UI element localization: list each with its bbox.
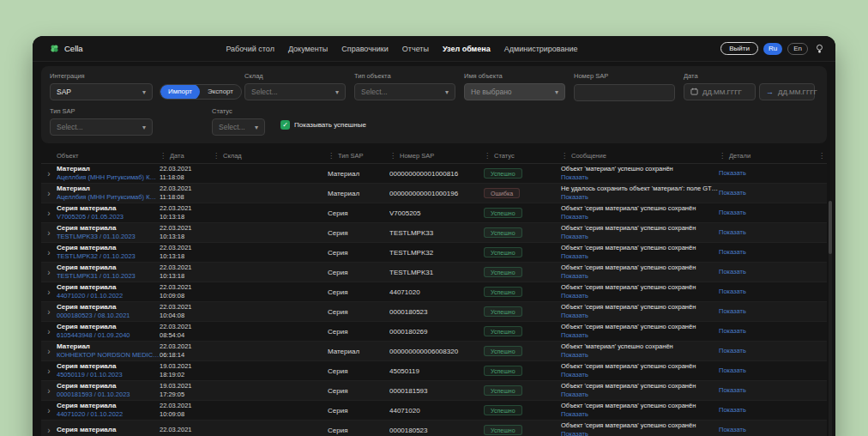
row-expander-icon[interactable]: › (41, 347, 57, 356)
column-menu-icon[interactable]: ⋮ (389, 152, 396, 160)
integration-select[interactable]: SAP ▾ (50, 83, 153, 100)
object-link[interactable]: 44071020 / 01.10.2022 (57, 410, 160, 419)
sap-type-select[interactable]: Select... ▾ (50, 118, 153, 136)
row-expander-icon[interactable]: › (41, 228, 57, 238)
table-row[interactable]: ›МатериалАцеллбия (МНН Ритуксимаб) Конце… (41, 164, 827, 184)
object-link[interactable]: 6105443948 / 01.09.2040 (57, 331, 160, 340)
logout-button[interactable]: Выйти (720, 42, 758, 55)
object-link[interactable]: 0000180523 / 08.10.2021 (57, 312, 160, 320)
message-show-link[interactable]: Показать (561, 193, 719, 202)
table-row[interactable]: ›Серия материала6105443948 / 01.09.20402… (41, 322, 827, 342)
details-show-link[interactable]: Показать (719, 169, 801, 178)
column-menu-icon[interactable]: ⋮ (328, 152, 335, 160)
status-select[interactable]: Select... ▾ (212, 118, 265, 136)
details-show-link[interactable]: Показать (719, 189, 801, 197)
row-expander-icon[interactable]: › (41, 248, 57, 257)
table-row[interactable]: ›Серия материала22.03.2021Серия000018052… (41, 421, 827, 436)
object-link[interactable]: TESTLMPK31 / 01.10.2023 (57, 272, 160, 281)
table-row[interactable]: ›Серия материалаTESTLMPK33 / 01.10.20232… (41, 223, 827, 243)
details-show-link[interactable]: Показать (719, 209, 801, 217)
details-show-link[interactable]: Показать (719, 347, 801, 355)
table-row[interactable]: ›Серия материалаTESTLMPK32 / 01.10.20232… (41, 243, 827, 263)
message-show-link[interactable]: Показать (561, 292, 719, 300)
row-expander-icon[interactable]: › (41, 189, 57, 198)
row-expander-icon[interactable]: › (41, 209, 57, 218)
column-menu-icon[interactable]: ⋮ (213, 152, 220, 160)
object-link[interactable]: КОННЕКТОР NORDSON MEDICAL (57, 351, 160, 360)
row-expander-icon[interactable]: › (41, 366, 57, 376)
warehouse-select[interactable]: Select... ▾ (244, 83, 346, 100)
column-header[interactable]: ⋮Статус (484, 152, 561, 160)
object-link[interactable]: 44071020 / 01.10.2022 (57, 292, 160, 300)
lang-en-button[interactable]: En (787, 43, 808, 55)
lightbulb-icon[interactable] (816, 44, 823, 54)
object-link[interactable]: Ацеллбия (МНН Ритуксимаб) Концентр (57, 193, 160, 202)
row-expander-icon[interactable]: › (41, 327, 57, 336)
vertical-scrollbar[interactable] (829, 201, 832, 436)
details-show-link[interactable]: Показать (719, 307, 801, 316)
details-show-link[interactable]: Показать (719, 288, 801, 296)
message-show-link[interactable]: Показать (561, 371, 719, 379)
message-show-link[interactable]: Показать (561, 331, 719, 340)
table-row[interactable]: ›МатериалАцеллбия (МНН Ритуксимаб) Конце… (41, 184, 827, 203)
message-show-link[interactable]: Показать (561, 410, 719, 419)
column-header[interactable]: ⋮Номер SAP (389, 152, 484, 160)
object-name-select[interactable]: Не выбрано ▾ (464, 83, 565, 100)
date-from-input[interactable]: ДД.ММ.ГГГГ (684, 83, 756, 100)
message-show-link[interactable]: Показать (561, 272, 719, 281)
table-row[interactable]: ›Серия материала44071020 / 01.10.202222.… (41, 401, 827, 421)
show-successful-filter[interactable]: ✓ Показывать успешные (280, 120, 366, 130)
object-link[interactable]: 45050119 / 01.10.2023 (57, 371, 160, 379)
checkbox-checked-icon[interactable]: ✓ (280, 120, 290, 130)
import-button[interactable]: Импорт (160, 84, 200, 100)
row-expander-icon[interactable]: › (41, 288, 57, 297)
table-row[interactable]: ›Серия материала45050119 / 01.10.202319.… (41, 361, 827, 381)
object-link[interactable]: V7005205 / 01.05.2023 (57, 213, 160, 221)
message-show-link[interactable]: Показать (561, 391, 719, 399)
details-show-link[interactable]: Показать (719, 228, 801, 237)
sap-number-input[interactable] (574, 84, 675, 101)
row-expander-icon[interactable]: › (41, 169, 57, 179)
scrollbar-thumb[interactable] (829, 201, 832, 254)
nav-item[interactable]: Администрирование (504, 45, 578, 53)
message-show-link[interactable]: Показать (561, 430, 719, 436)
nav-item[interactable]: Рабочий стол (226, 45, 274, 53)
message-show-link[interactable]: Показать (561, 213, 719, 221)
table-row[interactable]: ›Серия материала0000180523 / 08.10.20212… (41, 302, 827, 322)
nav-item[interactable]: Отчеты (402, 45, 429, 53)
nav-item[interactable]: Справочники (341, 45, 389, 53)
row-expander-icon[interactable]: › (41, 406, 57, 415)
lang-ru-button[interactable]: Ru (763, 43, 782, 55)
column-menu-icon[interactable]: ⋮ (818, 152, 825, 160)
column-header[interactable]: ⋮Тип SAP (328, 152, 389, 160)
object-link[interactable]: Ацеллбия (МНН Ритуксимаб) Концентр (57, 173, 160, 182)
table-row[interactable]: ›Серия материалаTESTLMPK31 / 01.10.20232… (41, 263, 827, 282)
object-link[interactable]: TESTLMPK33 / 01.10.2023 (57, 233, 160, 241)
row-expander-icon[interactable]: › (41, 386, 57, 396)
table-row[interactable]: ›Серия материала44071020 / 01.10.202222.… (41, 282, 827, 302)
row-expander-icon[interactable]: › (41, 426, 57, 435)
export-button[interactable]: Экспорт (200, 84, 241, 100)
column-menu-icon[interactable]: ⋮ (484, 152, 491, 160)
details-show-link[interactable]: Показать (719, 366, 801, 375)
object-type-select[interactable]: Select... ▾ (354, 83, 455, 100)
details-show-link[interactable]: Показать (719, 406, 801, 415)
message-show-link[interactable]: Показать (561, 173, 719, 182)
message-show-link[interactable]: Показать (561, 233, 719, 241)
details-show-link[interactable]: Показать (719, 327, 801, 336)
column-menu-icon[interactable]: ⋮ (561, 152, 568, 160)
message-show-link[interactable]: Показать (561, 252, 719, 261)
details-show-link[interactable]: Показать (719, 386, 801, 395)
nav-item[interactable]: Документы (288, 45, 328, 53)
column-header[interactable]: ⋮Склад (213, 152, 328, 160)
column-menu-icon[interactable]: ⋮ (160, 152, 166, 160)
details-show-link[interactable]: Показать (719, 248, 801, 257)
column-header[interactable]: ⋮Дата (160, 152, 213, 160)
column-menu-icon[interactable]: ⋮ (719, 152, 726, 160)
details-show-link[interactable]: Показать (719, 426, 801, 434)
column-header[interactable]: ⋮Детали (719, 152, 801, 160)
object-link[interactable]: TESTLMPK32 / 01.10.2023 (57, 252, 160, 261)
column-header[interactable]: ⋮Сообщение (561, 152, 719, 160)
row-expander-icon[interactable]: › (41, 307, 57, 317)
row-expander-icon[interactable]: › (41, 268, 57, 277)
